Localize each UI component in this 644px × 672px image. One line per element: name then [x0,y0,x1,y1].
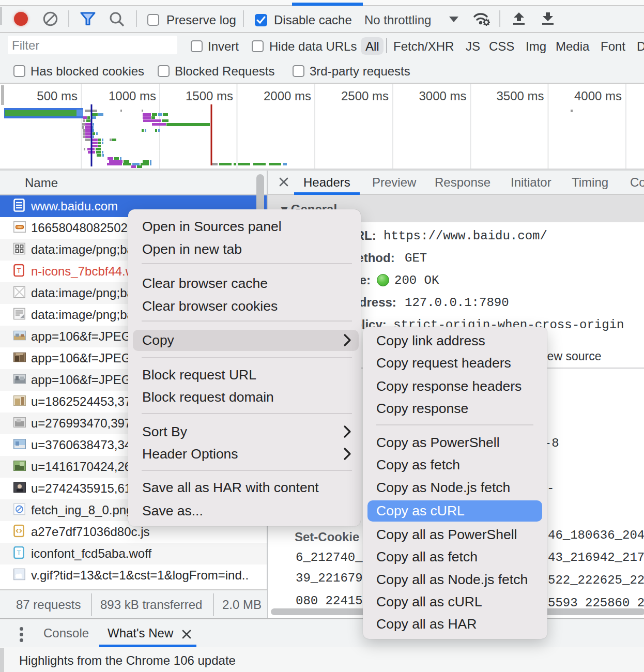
svg-text:3500 ms: 3500 ms [496,89,544,103]
svg-text:2000 ms: 2000 ms [264,89,311,103]
svg-text:500 ms: 500 ms [37,89,78,103]
svg-text:1000 ms: 1000 ms [109,89,156,103]
svg-text:T: T [17,267,21,274]
svg-text:1500 ms: 1500 ms [186,89,233,103]
svg-text:2500 ms: 2500 ms [341,89,389,103]
svg-text:3000 ms: 3000 ms [419,89,466,103]
svg-text:4000 ms: 4000 ms [574,89,622,103]
svg-text:T: T [17,549,21,557]
